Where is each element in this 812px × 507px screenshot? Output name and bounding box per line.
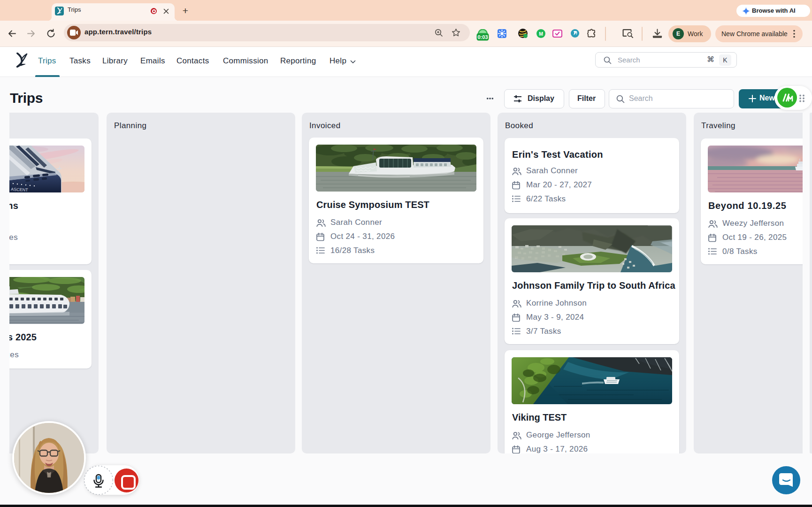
- svg-text:M: M: [539, 31, 543, 37]
- svg-text:0:03: 0:03: [477, 34, 488, 40]
- svg-text:ASCENT: ASCENT: [11, 187, 28, 192]
